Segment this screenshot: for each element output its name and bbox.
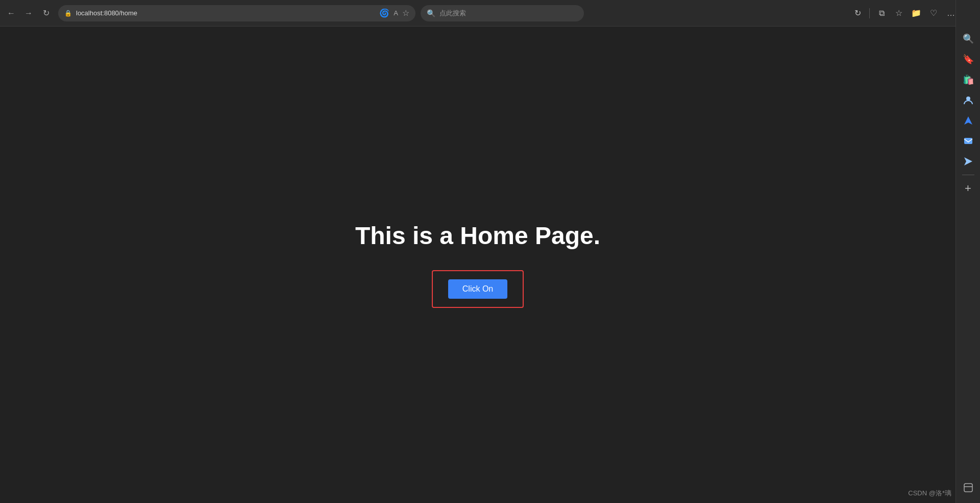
divider (869, 8, 870, 18)
favorites-star-icon[interactable]: ☆ (891, 6, 906, 21)
refresh-button[interactable]: ↻ (39, 6, 53, 20)
svg-marker-3 (964, 157, 972, 165)
sidebar-copilot-button[interactable] (959, 111, 977, 130)
nav-buttons: ← → ↻ (4, 6, 53, 20)
refresh-extensions-icon[interactable]: ↻ (850, 6, 865, 21)
read-aloud-icon: A (394, 9, 398, 17)
profile-icon[interactable]: ♡ (926, 6, 941, 21)
sidebar-bookmark-button[interactable]: 🔖 (959, 50, 977, 68)
lock-icon: 🔒 (64, 10, 72, 17)
sidebar-profile-button[interactable] (959, 91, 977, 109)
browser-chrome: ← → ↻ 🔒 localhost:8080/home 🌀 A ☆ 🔍 点此搜索… (0, 0, 980, 27)
favorites-icon: ☆ (402, 8, 409, 18)
sidebar-shopping-button[interactable]: 🛍️ (959, 70, 977, 89)
sidebar-bottom-icon[interactable] (959, 478, 977, 497)
url-text: localhost:8080/home (76, 9, 375, 17)
split-screen-icon[interactable]: ⧉ (874, 6, 889, 21)
svg-rect-4 (964, 484, 972, 492)
svg-point-0 (966, 97, 970, 101)
sidebar-add-button[interactable]: + (959, 179, 977, 198)
address-bar[interactable]: 🔒 localhost:8080/home 🌀 A ☆ (58, 5, 415, 21)
sidebar-divider (962, 175, 974, 175)
sidebar-send-button[interactable] (959, 152, 977, 171)
forward-button[interactable]: → (21, 6, 36, 20)
button-highlight-box: Click On (432, 270, 524, 308)
search-bar[interactable]: 🔍 点此搜索 (421, 5, 584, 21)
collection-icon[interactable]: 📁 (909, 6, 924, 21)
back-button[interactable]: ← (4, 6, 18, 20)
edge-sidebar: 🔍 🔖 🛍️ + (955, 0, 980, 503)
click-on-button[interactable]: Click On (448, 279, 507, 299)
sidebar-search-button[interactable]: 🔍 (959, 30, 977, 48)
svg-marker-1 (964, 116, 972, 125)
watermark: CSDN @洛*璃 (908, 489, 951, 498)
search-placeholder-text: 点此搜索 (439, 9, 466, 18)
edge-logo-icon: 🌀 (379, 8, 389, 18)
svg-rect-2 (964, 138, 972, 144)
search-magnifier-icon: 🔍 (427, 9, 435, 17)
main-content: This is a Home Page. Click On (0, 27, 955, 503)
page-heading: This is a Home Page. (355, 222, 600, 250)
sidebar-outlook-button[interactable] (959, 132, 977, 150)
